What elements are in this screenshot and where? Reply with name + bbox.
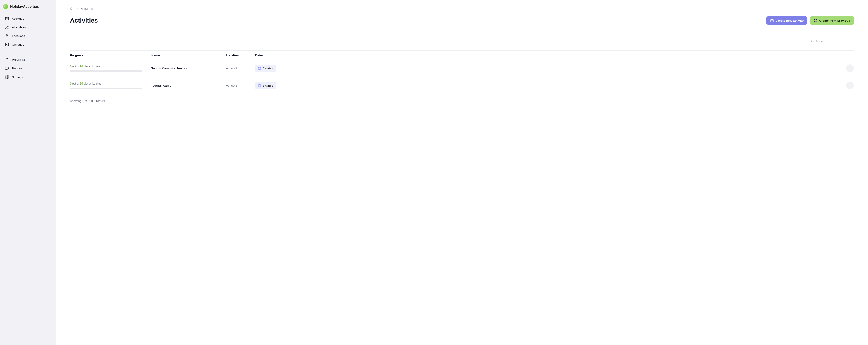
row-actions-menu-button[interactable]: ⋮ xyxy=(846,81,854,89)
progress-cell: 0 out of 20 places booked xyxy=(70,65,151,72)
svg-rect-11 xyxy=(258,67,261,69)
dates-cell: 3 dates xyxy=(255,82,842,89)
calendar-icon xyxy=(258,84,261,87)
button-label: Create new activity xyxy=(776,19,804,23)
svg-rect-12 xyxy=(258,84,261,87)
more-vertical-icon: ⋮ xyxy=(848,83,852,88)
activity-location: Venue 1 xyxy=(226,84,255,87)
sidebar-item-label: Activities xyxy=(12,17,24,20)
gear-icon xyxy=(5,75,9,79)
activity-name[interactable]: Tennis Camp for Juniors xyxy=(151,67,226,70)
breadcrumb-current: Activities xyxy=(81,7,93,10)
users-icon xyxy=(5,25,9,29)
nav-group-primary: Activities Attendees Locations Galleries xyxy=(3,14,52,49)
progress-text: 0 out of 20 places booked xyxy=(70,82,142,85)
column-header-progress: Progress xyxy=(70,54,151,57)
results-summary: Showing 1 to 2 of 2 results xyxy=(70,94,854,108)
header-actions: Create new activity Create from previous xyxy=(767,16,854,25)
svg-point-5 xyxy=(6,44,7,44)
sidebar-item-reports[interactable]: Reports xyxy=(3,64,52,73)
refresh-icon xyxy=(813,19,817,23)
page-header: Activities Create new activity Create fr… xyxy=(70,16,854,25)
svg-point-3 xyxy=(7,35,7,36)
calendar-icon xyxy=(5,16,9,21)
main-content: / Activities Activities Create new activ… xyxy=(56,0,868,345)
svg-point-1 xyxy=(6,26,7,27)
sidebar-item-label: Providers xyxy=(12,58,25,62)
row-actions-menu-button[interactable]: ⋮ xyxy=(846,64,854,72)
activity-name[interactable]: football camp xyxy=(151,84,226,87)
table-row: 0 out of 20 places booked Tennis Camp fo… xyxy=(70,60,854,77)
nav-group-secondary: Providers Reports Settings xyxy=(3,55,52,81)
sidebar: HolidayActivities Activities Attendees L… xyxy=(0,0,56,345)
sidebar-item-attendees[interactable]: Attendees xyxy=(3,23,52,32)
brand-name: HolidayActivities xyxy=(10,5,39,9)
sidebar-item-activities[interactable]: Activities xyxy=(3,14,52,23)
progress-cell: 0 out of 20 places booked xyxy=(70,82,151,89)
search-input-wrapper[interactable] xyxy=(808,37,854,45)
more-vertical-icon: ⋮ xyxy=(848,66,852,70)
table-toolbar xyxy=(70,37,854,45)
location-pin-icon xyxy=(5,34,9,38)
progress-capacity: 20 xyxy=(80,65,83,68)
column-header-dates: Dates xyxy=(255,54,842,57)
dates-pill[interactable]: 2 dates xyxy=(255,65,276,72)
refresh-icon xyxy=(5,66,9,70)
sidebar-item-label: Settings xyxy=(12,75,23,79)
sidebar-item-label: Reports xyxy=(12,67,23,70)
page-title: Activities xyxy=(70,17,98,24)
activity-location: Venue 1 xyxy=(226,67,255,70)
sidebar-item-galleries[interactable]: Galleries xyxy=(3,40,52,49)
image-icon xyxy=(5,42,9,46)
breadcrumb-separator: / xyxy=(77,7,78,10)
progress-suffix: places booked xyxy=(83,82,101,85)
sidebar-item-label: Attendees xyxy=(12,26,26,29)
create-from-previous-button[interactable]: Create from previous xyxy=(810,16,854,25)
clipboard-icon xyxy=(5,58,9,62)
dates-label: 3 dates xyxy=(263,84,273,87)
progress-bar xyxy=(70,88,142,89)
sidebar-item-providers[interactable]: Providers xyxy=(3,55,52,64)
table-header: Progress Name Location Dates xyxy=(70,50,854,60)
svg-point-10 xyxy=(811,40,813,42)
svg-rect-0 xyxy=(5,18,9,20)
dates-cell: 2 dates xyxy=(255,65,842,72)
button-label: Create from previous xyxy=(819,19,850,23)
progress-text: 0 out of 20 places booked xyxy=(70,65,142,68)
search-input[interactable] xyxy=(816,40,851,43)
breadcrumb: / Activities xyxy=(70,7,854,10)
progress-capacity: 20 xyxy=(80,82,83,85)
column-header-location: Location xyxy=(226,54,255,57)
column-header-name: Name xyxy=(151,54,226,57)
brand-logo-icon xyxy=(3,4,8,9)
progress-bar xyxy=(70,70,142,72)
sidebar-item-label: Galleries xyxy=(12,43,24,46)
sidebar-item-label: Locations xyxy=(12,34,25,38)
create-new-activity-button[interactable]: Create new activity xyxy=(767,16,807,25)
calendar-icon xyxy=(258,67,261,70)
divider xyxy=(70,31,854,31)
sidebar-item-locations[interactable]: Locations xyxy=(3,32,52,40)
table-row: 0 out of 20 places booked football camp … xyxy=(70,77,854,94)
progress-suffix: places booked xyxy=(83,65,101,68)
progress-booked: 0 xyxy=(70,65,71,68)
dates-pill[interactable]: 3 dates xyxy=(255,82,276,89)
svg-point-8 xyxy=(7,76,8,78)
progress-between: out of xyxy=(71,65,80,68)
calendar-plus-icon xyxy=(770,19,774,23)
progress-between: out of xyxy=(71,82,80,85)
svg-rect-4 xyxy=(5,43,9,46)
dates-label: 2 dates xyxy=(263,67,273,70)
search-icon xyxy=(811,39,814,43)
activities-table: Progress Name Location Dates 0 out of 20… xyxy=(70,50,854,94)
home-icon[interactable] xyxy=(70,7,74,10)
sidebar-item-settings[interactable]: Settings xyxy=(3,73,52,81)
brand[interactable]: HolidayActivities xyxy=(3,4,52,14)
svg-point-2 xyxy=(7,26,8,27)
progress-booked: 0 xyxy=(70,82,71,85)
